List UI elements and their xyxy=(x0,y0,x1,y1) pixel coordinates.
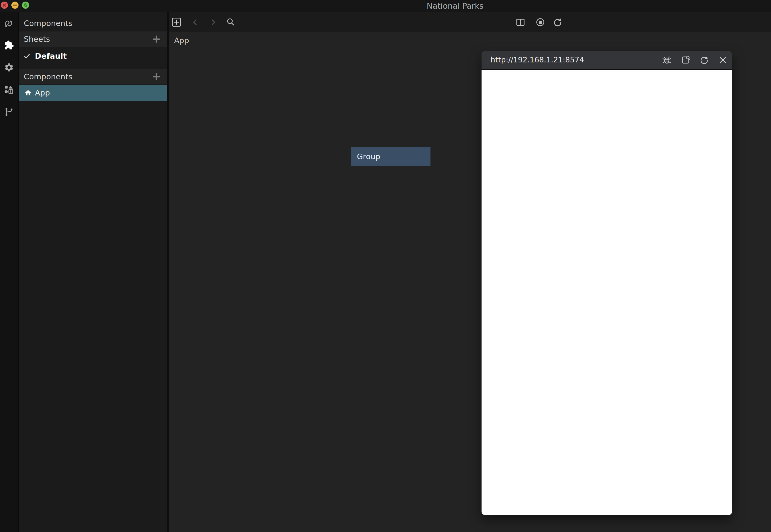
activity-item-history[interactable] xyxy=(0,101,18,123)
activity-bar xyxy=(0,12,19,532)
group-widget[interactable]: Group xyxy=(351,147,431,166)
stop-preview-button[interactable] xyxy=(535,17,546,27)
window-title: National Parks xyxy=(427,0,484,12)
section-header-components: Components xyxy=(19,69,167,84)
minimize-window-icon xyxy=(11,2,19,9)
panel-title: Components xyxy=(24,19,72,28)
component-item-app[interactable]: App xyxy=(19,85,167,101)
group-widget-label: Group xyxy=(357,147,380,166)
panel-divider xyxy=(167,12,169,532)
maximize-window-button[interactable] xyxy=(22,2,29,9)
navigate-back-button[interactable] xyxy=(190,17,200,27)
section-label-sheets: Sheets xyxy=(24,31,50,47)
section-header-sheets: Sheets xyxy=(19,31,167,47)
maximize-window-icon xyxy=(22,2,29,9)
close-icon[interactable] xyxy=(718,55,728,65)
sheet-item-default[interactable]: Default xyxy=(19,48,167,64)
design-canvas[interactable]: App Group http://192.168.1.21:8574 xyxy=(169,32,771,532)
puzzle-icon xyxy=(4,40,14,50)
window-controls xyxy=(1,2,29,9)
canvas-toolbar xyxy=(169,12,771,32)
route-icon xyxy=(4,18,14,28)
close-window-button[interactable] xyxy=(1,2,8,9)
inspect-icon[interactable] xyxy=(680,55,691,65)
activity-item-settings[interactable] xyxy=(0,56,18,79)
activity-item-widgets[interactable] xyxy=(0,79,18,101)
search-icon[interactable] xyxy=(225,17,236,27)
close-window-icon xyxy=(1,2,8,9)
sheet-item-label: Default xyxy=(35,48,67,64)
home-icon xyxy=(24,89,32,97)
activity-item-tour[interactable] xyxy=(0,12,18,34)
title-bar: National Parks xyxy=(0,0,771,12)
activity-item-components[interactable] xyxy=(0,34,18,56)
add-sheet-button[interactable] xyxy=(152,35,161,44)
reload-preview-button[interactable] xyxy=(553,17,563,27)
preview-url[interactable]: http://192.168.1.21:8574 xyxy=(491,51,584,69)
preview-header: http://192.168.1.21:8574 xyxy=(482,51,732,70)
preview-content xyxy=(482,70,732,515)
preview-window: http://192.168.1.21:8574 xyxy=(482,51,732,515)
breadcrumb[interactable]: App xyxy=(174,36,189,45)
reload-icon[interactable] xyxy=(699,55,710,65)
shapes-icon xyxy=(4,85,14,95)
add-component-button[interactable] xyxy=(152,72,161,81)
check-icon xyxy=(23,52,31,60)
section-label-components: Components xyxy=(24,69,72,84)
gear-icon xyxy=(4,62,14,72)
navigate-forward-button[interactable] xyxy=(208,17,218,27)
minimize-window-button[interactable] xyxy=(11,2,19,9)
branch-icon xyxy=(4,107,14,117)
component-item-label: App xyxy=(35,85,50,100)
split-view-button[interactable] xyxy=(515,17,526,27)
components-panel: Components Sheets Default Components App xyxy=(19,12,167,532)
add-component-toolbar-button[interactable] xyxy=(171,17,182,27)
debug-icon[interactable] xyxy=(662,55,672,65)
